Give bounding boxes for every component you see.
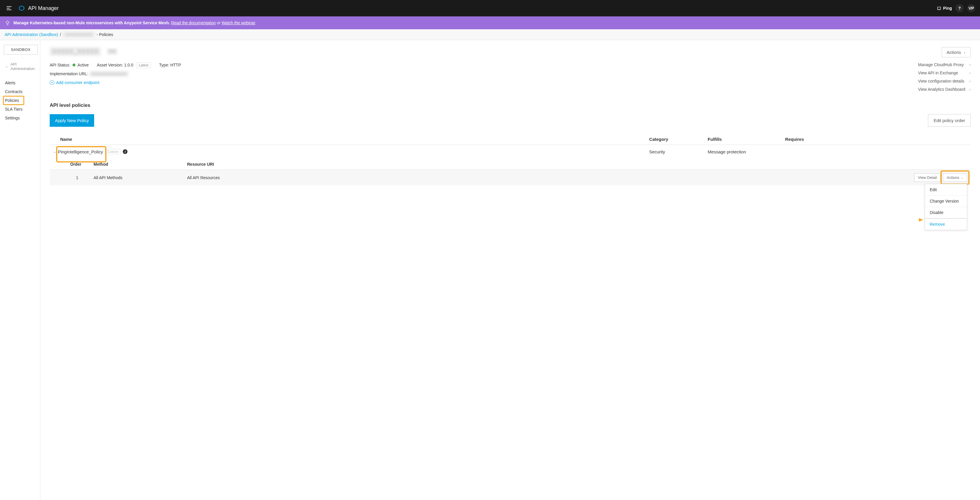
- expand-toggle[interactable]: ⌄: [53, 150, 56, 154]
- status-group: API Status: Active: [50, 63, 89, 67]
- status-value: Active: [78, 63, 89, 67]
- link-view-exchange[interactable]: View API in Exchange›: [918, 69, 970, 77]
- svg-marker-13: [919, 218, 923, 222]
- back-link[interactable]: ← API Administration: [2, 60, 40, 73]
- banner-doc-link[interactable]: Read the documentation: [171, 21, 216, 25]
- asset-version-group: Asset Version: 1.0.0 Latest: [97, 63, 151, 67]
- sidebar-item-sla-tiers[interactable]: SLA Tiers: [2, 105, 40, 113]
- sidebar-item-alerts[interactable]: Alerts: [2, 78, 40, 87]
- sub-col-order: Order: [70, 162, 94, 166]
- col-name: Name: [50, 134, 646, 145]
- link-manage-cloudhub[interactable]: Manage CloudHub Proxy›: [918, 61, 970, 69]
- custom-tag: Custom: [105, 149, 121, 154]
- user-avatar[interactable]: VP: [967, 4, 975, 12]
- add-endpoint-label: Add consumer endpoint: [56, 80, 99, 85]
- brand-link[interactable]: Ping: [937, 6, 952, 11]
- sub-order: 1: [70, 175, 94, 180]
- main-content: XXXXX_XXXXX XX Actions ⌄ API Status: Act…: [40, 40, 980, 500]
- sub-table-row: 1 All API Methods All API Resources View…: [50, 170, 970, 185]
- row-actions-button[interactable]: Actions ⌄: [943, 173, 967, 182]
- sub-method: All API Methods: [94, 175, 187, 180]
- policy-category: Security: [646, 145, 704, 159]
- apply-new-policy-button[interactable]: Apply New Policy: [50, 114, 94, 127]
- user-initials: VP: [969, 6, 974, 11]
- chevron-right-icon: ›: [969, 62, 970, 67]
- plus-icon: +: [50, 80, 54, 85]
- lightbulb-icon: [5, 20, 11, 26]
- edit-policy-order-button[interactable]: Edit policy order: [928, 114, 970, 127]
- col-category: Category: [646, 134, 704, 145]
- quick-link-label: View API in Exchange: [918, 70, 958, 75]
- api-actions-button[interactable]: Actions ⌄: [942, 47, 970, 58]
- sub-col-method: Method: [94, 162, 187, 166]
- sidebar-item-settings[interactable]: Settings: [2, 113, 40, 122]
- asset-version: Asset Version: 1.0.0: [97, 63, 133, 67]
- nav-label: Settings: [5, 116, 20, 120]
- banner-webinar-link[interactable]: Watch the webinar: [222, 21, 255, 25]
- nav-label: SLA Tiers: [5, 107, 22, 112]
- sub-uri: All API Resources: [187, 175, 914, 180]
- banner-bold: Manage Kubernetes-based non-Mule microse…: [13, 21, 170, 25]
- api-title: XXXXX_XXXXX: [50, 47, 101, 56]
- dropdown-change-version[interactable]: Change Version: [925, 196, 967, 207]
- quick-links: Manage CloudHub Proxy› View API in Excha…: [918, 61, 970, 93]
- quick-link-label: Manage CloudHub Proxy: [918, 62, 964, 67]
- policy-requires: [782, 145, 970, 159]
- promo-banner: Manage Kubernetes-based non-Mule microse…: [0, 16, 980, 29]
- table-row: ⌄ PingIntelligence_Policy Custom i Secur…: [50, 145, 970, 159]
- dropdown-disable[interactable]: Disable: [925, 207, 967, 218]
- col-requires: Requires: [782, 134, 970, 145]
- breadcrumb-root[interactable]: API Administration (Sandbox): [5, 32, 58, 37]
- chevron-down-icon: ⌄: [963, 51, 966, 54]
- banner-between: or: [217, 21, 222, 25]
- link-view-analytics[interactable]: View Analytics Dashboard›: [918, 85, 970, 93]
- row-actions-label: Actions: [947, 175, 959, 180]
- arrow-annotation: [894, 217, 923, 223]
- topbar: API Manager Ping ? VP: [0, 0, 980, 16]
- help-label: ?: [958, 6, 961, 11]
- link-view-config[interactable]: View configuration details›: [918, 77, 970, 85]
- section-title: API level policies: [50, 102, 970, 108]
- actions-label: Actions: [947, 50, 961, 55]
- nav-label: Alerts: [5, 80, 16, 85]
- add-consumer-endpoint[interactable]: + Add consumer endpoint: [50, 80, 970, 85]
- dropdown-remove[interactable]: Remove: [925, 218, 967, 230]
- breadcrumb-tail: - Policies: [97, 32, 113, 37]
- latest-tag: Latest: [136, 62, 151, 68]
- col-fulfills: Fulfills: [704, 134, 782, 145]
- sidebar-item-policies[interactable]: Policies: [2, 96, 40, 105]
- sub-col-uri: Resource URI: [187, 162, 970, 166]
- policy-name: PingIntelligence_Policy: [58, 149, 103, 154]
- view-detail-button[interactable]: View Detail: [914, 173, 941, 182]
- brand-label: Ping: [943, 6, 952, 11]
- menu-icon: [6, 5, 12, 11]
- chevron-right-icon: ›: [969, 79, 970, 83]
- impl-url: xxxxxxxxxxxxxxxxx: [89, 71, 129, 77]
- info-icon[interactable]: i: [123, 149, 127, 154]
- dropdown-edit[interactable]: Edit: [925, 184, 967, 196]
- policy-table: Name Category Fulfills Requires ⌄ PingIn…: [50, 134, 970, 158]
- sub-table-header: Order Method Resource URI: [50, 158, 970, 170]
- api-version: XX: [107, 48, 118, 55]
- breadcrumb-api-name: XXXXXXXXXX: [63, 32, 95, 37]
- app-title: API Manager: [28, 5, 59, 11]
- environment-badge[interactable]: SANDBOX: [4, 45, 38, 54]
- sidebar: SANDBOX ← API Administration Alerts Cont…: [0, 40, 40, 500]
- chevron-right-icon: ›: [969, 87, 970, 92]
- arrow-left-icon: ←: [5, 64, 9, 69]
- menu-button[interactable]: [5, 4, 13, 13]
- nav-label: Policies: [5, 98, 19, 103]
- sidebar-item-contracts[interactable]: Contracts: [2, 87, 40, 96]
- logo-icon: [18, 5, 25, 12]
- help-button[interactable]: ?: [955, 4, 964, 12]
- impl-label: Implementation URL:: [50, 72, 88, 76]
- status-label: API Status:: [50, 63, 70, 67]
- status-dot-icon: [73, 64, 75, 67]
- chevron-right-icon: ›: [969, 70, 970, 75]
- api-type: Type: HTTP: [159, 63, 181, 67]
- svg-rect-3: [937, 7, 940, 10]
- policy-fulfills: Message protection: [704, 145, 782, 159]
- ping-icon: [937, 6, 942, 11]
- svg-point-6: [6, 21, 9, 23]
- nav-label: Contracts: [5, 89, 22, 94]
